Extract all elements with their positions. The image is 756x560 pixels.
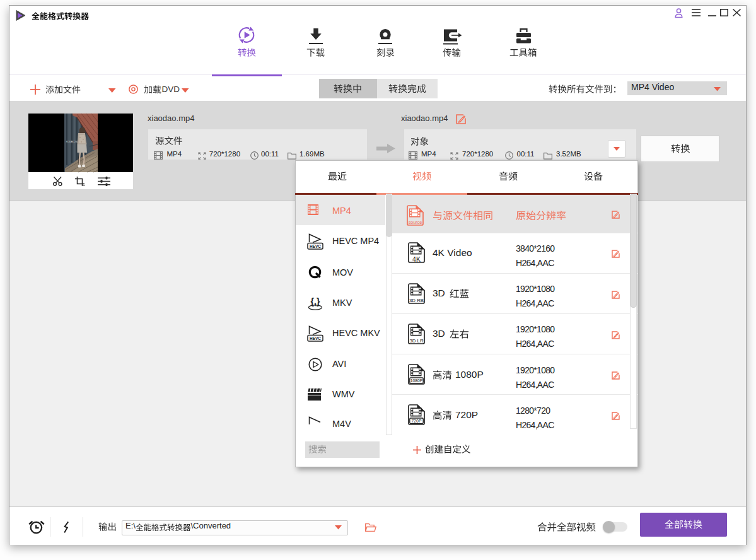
svg-text:720P: 720P (412, 419, 422, 423)
svg-text:4K: 4K (412, 255, 421, 263)
svg-text:3D LR: 3D LR (409, 337, 423, 343)
svg-text:HEVC: HEVC (310, 244, 321, 248)
svg-text:{,}: {,} (311, 296, 320, 306)
svg-text:KODAK 200: KODAK 200 (66, 141, 78, 143)
svg-text:1080P: 1080P (410, 378, 423, 383)
svg-text:source: source (409, 219, 422, 225)
svg-text:HEVC: HEVC (310, 336, 321, 341)
svg-text:3D RB: 3D RB (409, 297, 424, 303)
